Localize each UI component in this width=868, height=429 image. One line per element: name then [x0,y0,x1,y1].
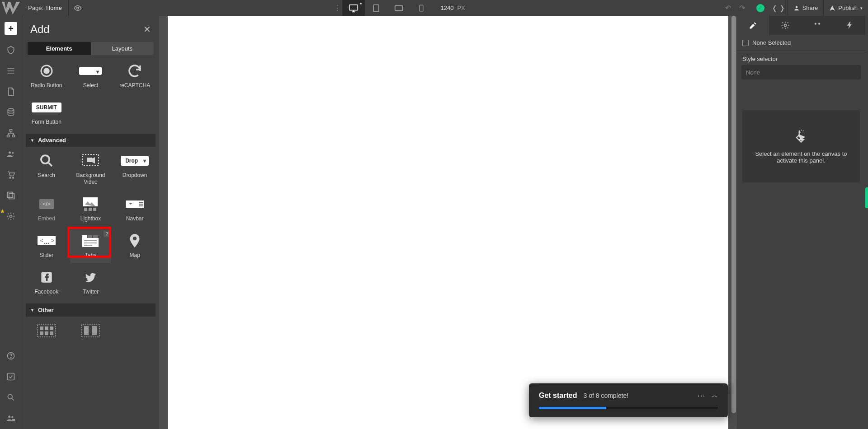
style-selector-input[interactable]: None [741,65,861,79]
svg-rect-48 [93,235,98,238]
element-form-button[interactable]: SUBMIT Form Button [26,96,67,130]
redo-button[interactable]: ↷ [739,4,745,12]
add-panel-tabs: Elements Layouts [28,42,154,55]
chevron-down-icon: ▾ [860,6,863,10]
element-facebook[interactable]: Facebook [26,266,67,300]
right-edge-tab[interactable] [865,187,868,208]
top-bar: Page: Home ⋮ ★ 1240 PX ↶ ↷ ✓ ❬ ❭ Share [0,0,868,16]
rail-assets-icon[interactable] [5,190,16,201]
svg-point-11 [12,152,14,154]
add-panel-title: Add [30,23,50,36]
left-rail: + [0,16,22,429]
svg-point-16 [10,215,12,218]
svg-rect-28 [87,158,92,162]
element-dropdown[interactable]: Drop Dropdown [114,149,156,190]
rail-video-tutorials-icon[interactable] [5,413,16,424]
chevron-up-icon[interactable]: ︿ [712,392,718,400]
rail-structure-icon[interactable] [5,128,16,139]
scrollbar[interactable] [731,16,737,429]
element-background-video[interactable]: Background Video [70,149,112,190]
device-desktop-button[interactable]: ★ [342,0,365,16]
svg-point-43 [46,243,47,244]
rail-settings-icon[interactable] [5,211,16,222]
svg-rect-3 [395,5,402,10]
element-grid-a[interactable] [26,319,67,344]
section-advanced[interactable]: ▼ Advanced [26,134,156,147]
element-embed[interactable]: </> Embed [26,193,67,227]
get-started-subtitle: 3 of 8 complete! [583,392,628,399]
rail-add-button[interactable]: + [5,22,17,35]
help-hint-icon[interactable]: ? [104,231,110,237]
style-tab-settings[interactable] [769,16,801,35]
device-landscape-button[interactable] [387,0,410,16]
element-tabs[interactable]: ? Tabs [70,229,112,263]
device-phone-button[interactable] [410,0,433,16]
svg-text:>: > [51,238,54,244]
tab-elements[interactable]: Elements [28,42,91,55]
element-select[interactable]: Select [70,60,112,93]
rail-checklist-icon[interactable] [5,371,16,382]
svg-point-10 [9,151,11,154]
canvas-width-value: 1240 [441,5,454,11]
svg-point-13 [13,177,14,178]
element-slider[interactable]: <> Slider [26,229,67,263]
checkbox-icon [742,40,749,46]
rail-ecommerce-icon[interactable] [5,169,16,180]
rail-users-icon[interactable] [5,149,16,159]
section-other[interactable]: ▼ Other [26,303,156,317]
svg-rect-37 [139,204,143,205]
rail-symbols-icon[interactable] [5,45,16,56]
rail-cms-icon[interactable] [5,107,16,118]
element-grid-b[interactable] [70,319,112,344]
svg-rect-59 [50,331,53,335]
element-recaptcha[interactable]: reCAPTCHA [114,60,156,93]
rail-search-icon[interactable] [5,392,16,403]
more-icon[interactable]: ⋮ [332,0,342,16]
progress-bar [539,407,718,409]
rail-help-icon[interactable] [5,350,16,361]
style-selector-label: Style selector [737,51,865,65]
page-selector[interactable]: Page: Home [22,0,69,16]
style-tab-effects[interactable] [833,16,865,35]
svg-rect-57 [40,331,43,335]
svg-point-18 [10,358,11,358]
px-label: PX [457,5,465,11]
canvas-area: Get started 3 of 8 complete! ⋯ ︿ [159,16,737,429]
svg-rect-51 [84,245,92,246]
svg-point-5 [795,6,797,8]
element-map[interactable]: Map [114,229,156,263]
style-tab-interactions[interactable] [801,16,833,35]
svg-rect-46 [82,235,87,238]
svg-rect-9 [12,135,14,137]
rail-pages-icon[interactable] [5,86,16,97]
status-indicator[interactable]: ✓ [751,4,769,12]
get-started-title: Get started [539,392,577,400]
share-button[interactable]: Share [788,0,824,16]
element-search[interactable]: Search [26,149,67,190]
publish-label: Publish [838,5,858,11]
tab-layouts[interactable]: Layouts [91,42,154,55]
add-panel: Add ✕ Elements Layouts Radio Button Sele… [22,16,159,429]
svg-point-12 [9,177,11,178]
svg-rect-36 [139,202,143,203]
style-tab-styles[interactable] [737,16,769,35]
device-tablet-button[interactable] [365,0,387,16]
svg-point-25 [44,69,49,74]
publish-button[interactable]: Publish ▾ [823,0,868,16]
canvas-width-display[interactable]: 1240 PX [433,0,473,16]
element-radio-button[interactable]: Radio Button [26,60,67,93]
style-panel-placeholder: Select an element on the canvas to activ… [742,110,860,182]
svg-rect-32 [84,208,87,211]
rail-navigator-icon[interactable] [5,65,16,76]
close-icon[interactable]: ✕ [143,24,151,35]
svg-rect-8 [7,135,9,137]
more-icon[interactable]: ⋯ [697,391,705,401]
code-export-button[interactable]: ❬ ❭ [769,4,788,12]
undo-button[interactable]: ↶ [725,4,731,12]
canvas[interactable] [168,16,728,429]
svg-point-63 [784,24,786,27]
element-twitter[interactable]: Twitter [70,266,112,300]
element-navbar[interactable]: Navbar [114,193,156,227]
element-lightbox[interactable]: Lightbox [70,193,112,227]
preview-button[interactable] [69,4,87,12]
